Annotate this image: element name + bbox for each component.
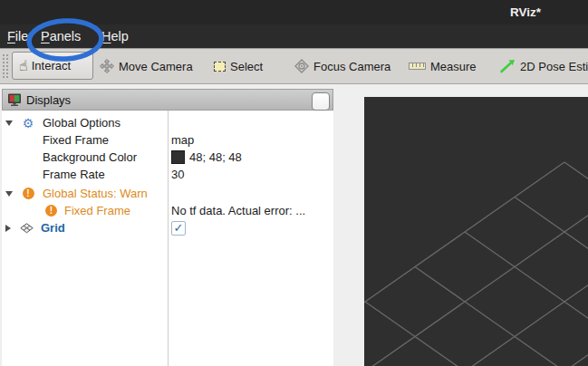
expand-triangle-icon[interactable] (5, 225, 11, 232)
focus-camera-tool-button[interactable]: Focus Camera (294, 49, 390, 83)
window-title: RViz* (510, 0, 541, 24)
displays-panel-header[interactable]: Displays (2, 89, 333, 111)
menu-item-panels[interactable]: Panels (41, 24, 81, 48)
tree-row-frame-rate[interactable]: Frame Rate 30 (2, 166, 333, 183)
2d-pose-estimate-tool-button[interactable]: 2D Pose Esti (499, 49, 588, 83)
displays-panel: Displays ⚙ Global Options Fixed Frame ma… (2, 89, 333, 366)
grid-enabled-checkbox[interactable]: ✓ (171, 221, 186, 236)
warning-icon (45, 205, 57, 217)
displays-panel-title: Displays (26, 93, 71, 107)
menu-item-file[interactable]: File (7, 24, 28, 48)
gear-icon: ⚙ (23, 117, 34, 130)
grid-icon (20, 223, 34, 234)
displays-tree: ⚙ Global Options Fixed Frame map Backgro… (2, 111, 333, 366)
fixed-frame-value[interactable]: map (171, 133, 194, 147)
status-message: No tf data. Actual error: ... (171, 204, 305, 217)
render-viewport-3d[interactable] (364, 97, 588, 366)
tree-row-fixed-frame[interactable]: Fixed Frame map (2, 131, 333, 149)
title-bar: RViz* (0, 0, 588, 24)
collapse-triangle-icon[interactable] (5, 191, 13, 197)
pose-arrow-icon (499, 59, 516, 73)
tree-row-global-status[interactable]: Global Status: Warn (2, 185, 333, 202)
hand-cursor-icon: ☝ (19, 59, 28, 73)
background-color-value[interactable]: 48; 48; 48 (189, 150, 242, 164)
toolbar-grip-handle[interactable] (2, 53, 8, 80)
tree-row-status-fixed-frame[interactable]: Fixed Frame No tf data. Actual error: ..… (2, 202, 333, 219)
ruler-icon (409, 63, 426, 70)
collapse-triangle-icon[interactable] (5, 120, 13, 126)
color-swatch[interactable] (171, 150, 185, 164)
move-camera-tool-button[interactable]: Move Camera (100, 49, 193, 83)
interact-tool-button[interactable]: ☝ Interact (12, 52, 93, 80)
tree-row-background-color[interactable]: Background Color 48; 48; 48 (2, 149, 333, 166)
frame-rate-value[interactable]: 30 (171, 168, 184, 181)
toolbar: ☝ Interact Move Camera Select Focus Came… (0, 49, 588, 84)
selection-box-icon (214, 62, 226, 72)
select-tool-button[interactable]: Select (214, 49, 263, 83)
panel-float-button[interactable] (312, 92, 330, 111)
rviz-window: RViz* File Panels Help ☝ Interact Move C… (0, 0, 588, 366)
focus-target-icon (294, 59, 309, 73)
tree-row-global-options[interactable]: ⚙ Global Options (2, 114, 333, 131)
warning-icon (23, 188, 34, 199)
menu-bar: File Panels Help (0, 24, 588, 49)
move-arrows-icon (100, 59, 114, 73)
menu-item-help[interactable]: Help (101, 24, 129, 48)
measure-tool-button[interactable]: Measure (409, 49, 477, 83)
monitor-icon (7, 93, 22, 107)
tree-row-grid[interactable]: Grid ✓ (2, 219, 333, 236)
ground-grid-plane (364, 97, 588, 366)
